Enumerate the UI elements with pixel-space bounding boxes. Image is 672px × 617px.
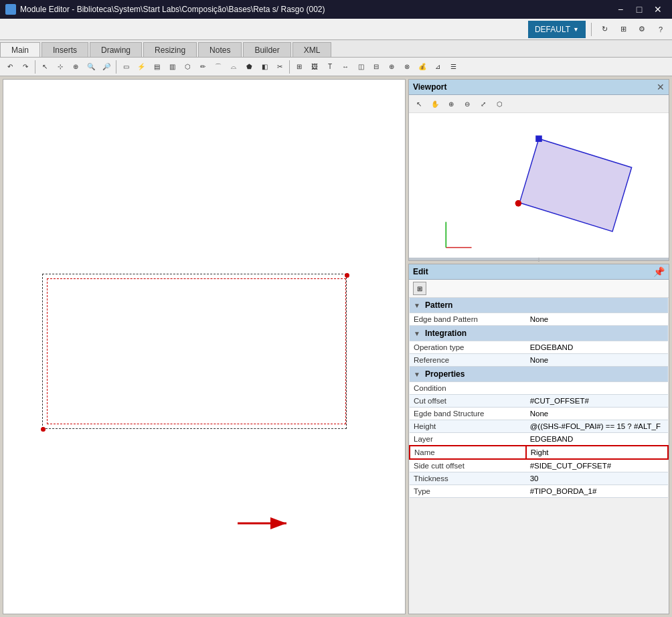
arc-button[interactable]: ⌒ xyxy=(211,60,226,74)
canvas-area[interactable] xyxy=(3,79,406,614)
rect-button[interactable]: ▤ xyxy=(149,60,164,74)
tab-notes[interactable]: Notes xyxy=(198,42,242,57)
section-toggle-integration[interactable]: ▼ xyxy=(414,330,420,337)
text-button[interactable]: T xyxy=(323,60,337,74)
section-integration: ▼ Integration xyxy=(410,326,668,341)
select-button[interactable]: ↖ xyxy=(37,60,52,74)
prop-value-layer[interactable]: EDGEBAND xyxy=(526,433,668,446)
prop-value-edgeband-pattern[interactable]: None xyxy=(526,313,668,326)
properties-scroll[interactable]: ▼ Pattern Edge band Pattern None ▼ xyxy=(409,298,669,614)
vp-3d-button[interactable]: ⬡ xyxy=(492,96,507,111)
prop-value-height[interactable]: @((SHS-#FOL_PAI#) == 15 ? #ALT_F xyxy=(526,420,668,433)
image-button[interactable]: 🖼 xyxy=(307,60,322,74)
canvas-inner xyxy=(3,80,405,614)
prop-label-egde-band-structure: Egde band Structure xyxy=(410,408,526,420)
vp-zoomin-button[interactable]: ⊕ xyxy=(444,96,458,111)
prop-value-cut-offset[interactable]: #CUT_OFFSET# xyxy=(526,395,668,408)
separator xyxy=(591,23,592,36)
edit-title-bar: Edit 📌 xyxy=(409,264,669,280)
layer-button[interactable]: ◫ xyxy=(353,60,368,74)
sep1 xyxy=(35,60,35,74)
properties-table: ▼ Pattern Edge band Pattern None ▼ xyxy=(409,298,669,498)
default-button[interactable]: DEFAULT ▼ xyxy=(528,21,586,38)
shape-button[interactable]: ⬡ xyxy=(180,60,195,74)
prop-value-reference[interactable]: None xyxy=(526,354,668,367)
prop-label-operation-type: Operation type xyxy=(410,341,526,354)
edit-table-button[interactable]: ⊞ xyxy=(413,282,426,295)
coin-button[interactable]: 💰 xyxy=(415,60,430,74)
viewport-title: Viewport xyxy=(413,82,446,92)
arc2-button[interactable]: ⌓ xyxy=(226,60,241,74)
viewport-close-button[interactable]: ✕ xyxy=(657,82,665,92)
grid2-button[interactable]: ⊟ xyxy=(369,60,384,74)
window-controls: − □ ✕ xyxy=(612,3,667,16)
help-button[interactable]: ? xyxy=(653,22,668,37)
dim-button[interactable]: ↔ xyxy=(338,60,353,74)
window-title: Module Editor - Biblioteca\System\Start … xyxy=(20,5,325,14)
vp-zoomout-button[interactable]: ⊖ xyxy=(460,96,475,111)
prop-row-edgeband-pattern: Edge band Pattern None xyxy=(410,313,668,326)
viewport-toolbar: ↖ ✋ ⊕ ⊖ ⤢ ⬡ xyxy=(409,95,669,113)
viewport-canvas: ⋮ xyxy=(409,113,669,260)
snap2-button[interactable]: ⊗ xyxy=(400,60,414,74)
prop-value-type[interactable]: #TIPO_BORDA_1# xyxy=(526,485,668,498)
rect2-button[interactable]: ▥ xyxy=(165,60,179,74)
prop-value-condition[interactable] xyxy=(526,382,668,395)
prop-row-name: Name Right xyxy=(410,446,668,459)
settings-button[interactable]: ⚙ xyxy=(635,22,649,37)
tab-drawing[interactable]: Drawing xyxy=(90,42,142,57)
tab-main[interactable]: Main xyxy=(0,42,40,57)
extra-button[interactable]: ⊿ xyxy=(430,60,445,74)
section-toggle-pattern[interactable]: ▼ xyxy=(414,302,420,309)
vp-select-button[interactable]: ↖ xyxy=(412,96,426,111)
vp-fit-button[interactable]: ⤢ xyxy=(476,96,491,111)
prop-value-egde-band-structure[interactable]: None xyxy=(526,408,668,420)
title-bar: Module Editor - Biblioteca\System\Start … xyxy=(0,0,672,19)
prop-label-height: Height xyxy=(410,420,526,433)
grid-button[interactable]: ⊞ xyxy=(616,22,631,37)
close-button[interactable]: ✕ xyxy=(649,3,667,16)
cut-button[interactable]: ✂ xyxy=(272,60,287,74)
tab-xml[interactable]: XML xyxy=(292,42,332,57)
edit-pin-button[interactable]: 📌 xyxy=(653,266,665,277)
viewport-resize-handle[interactable]: ⋮ xyxy=(409,258,669,260)
snap-button[interactable]: ⊕ xyxy=(384,60,399,74)
pointer-button[interactable]: ▭ xyxy=(118,60,133,74)
pencil-button[interactable]: ✏ xyxy=(195,60,210,74)
main-layout: Viewport ✕ ↖ ✋ ⊕ ⊖ ⤢ ⬡ xyxy=(0,76,672,617)
chevron-down-icon: ▼ xyxy=(573,26,579,33)
prop-value-name[interactable]: Right xyxy=(526,446,668,459)
select2-button[interactable]: ⊹ xyxy=(53,60,68,74)
prop-value-side-cutt-offset[interactable]: #SIDE_CUT_OFFSET# xyxy=(526,459,668,472)
refresh-button[interactable]: ↻ xyxy=(597,22,612,37)
section-toggle-properties[interactable]: ▼ xyxy=(414,371,420,378)
prop-label-condition: Condition xyxy=(410,382,526,395)
prop-value-operation-type[interactable]: EDGEBAND xyxy=(526,341,668,354)
prop-row-layer: Layer EDGEBAND xyxy=(410,433,668,446)
vp-hand-button[interactable]: ✋ xyxy=(428,96,442,111)
line-button[interactable]: ⚡ xyxy=(134,60,149,74)
prop-row-operation-type: Operation type EDGEBAND xyxy=(410,341,668,354)
section-properties: ▼ Properties xyxy=(410,367,668,382)
tab-inserts[interactable]: Inserts xyxy=(41,42,88,57)
tab-builder[interactable]: Builder xyxy=(243,42,290,57)
poly-button[interactable]: ⬟ xyxy=(242,60,256,74)
fill-button[interactable]: ◧ xyxy=(257,60,272,74)
redo-button[interactable]: ↷ xyxy=(18,60,33,74)
zoom-out-button[interactable]: 🔎 xyxy=(99,60,114,74)
maximize-button[interactable]: □ xyxy=(631,3,648,16)
symbol-button[interactable]: ⊞ xyxy=(292,60,307,74)
prop-label-type: Type xyxy=(410,485,526,498)
prop-row-height: Height @((SHS-#FOL_PAI#) == 15 ? #ALT_F xyxy=(410,420,668,433)
prop-value-thickness[interactable]: 30 xyxy=(526,472,668,485)
canvas-rect-inner xyxy=(47,278,346,424)
tab-resizing[interactable]: Resizing xyxy=(143,42,197,57)
list-button[interactable]: ☰ xyxy=(446,60,460,74)
undo-button[interactable]: ↶ xyxy=(3,60,17,74)
prop-row-cut-offset: Cut offset #CUT_OFFSET# xyxy=(410,395,668,408)
minimize-button[interactable]: − xyxy=(612,3,629,16)
prop-row-type: Type #TIPO_BORDA_1# xyxy=(410,485,668,498)
zoom-in-button[interactable]: 🔍 xyxy=(84,60,98,74)
zoom-region-button[interactable]: ⊕ xyxy=(68,60,83,74)
prop-label-thickness: Thickness xyxy=(410,472,526,485)
